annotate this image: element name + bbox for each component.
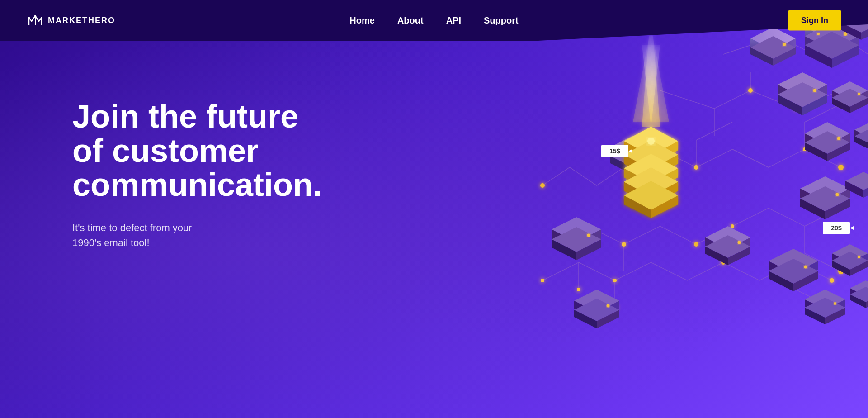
svg-point-9	[694, 165, 698, 170]
price-tag-15: 15$	[601, 145, 632, 157]
svg-point-7	[748, 88, 753, 93]
navbar: MARKETHERO Home About API Support Sign I…	[0, 0, 868, 41]
svg-point-3	[41, 17, 42, 19]
page-wrapper: MARKETHERO Home About API Support Sign I…	[0, 0, 868, 418]
hero-title: Join the future of customer communicatio…	[72, 100, 326, 202]
svg-point-138	[834, 302, 836, 305]
svg-point-117	[804, 266, 807, 269]
svg-point-164	[647, 138, 655, 145]
svg-text:20$: 20$	[831, 224, 842, 232]
brand-name: MARKETHERO	[48, 16, 115, 25]
svg-point-1	[28, 17, 30, 19]
sign-in-button[interactable]: Sign In	[788, 10, 841, 31]
svg-point-85	[836, 193, 839, 196]
svg-point-131	[607, 304, 610, 308]
logo-icon	[27, 12, 43, 28]
svg-point-103	[587, 234, 590, 237]
illustration-svg: 15$ 20$	[407, 0, 868, 418]
svg-point-21	[540, 183, 545, 188]
logo-area: MARKETHERO	[27, 12, 115, 28]
svg-text:15$: 15$	[609, 147, 620, 155]
svg-point-64	[858, 93, 860, 95]
nav-support[interactable]: Support	[484, 15, 519, 26]
nav-about[interactable]: About	[397, 15, 424, 26]
hero-subtitle: It's time to defect from your1990's emai…	[72, 220, 326, 250]
svg-point-12	[731, 224, 734, 228]
svg-point-71	[837, 137, 840, 140]
svg-point-57	[813, 89, 816, 92]
svg-point-20	[694, 242, 698, 247]
svg-point-18	[838, 165, 844, 170]
svg-point-110	[738, 241, 741, 244]
svg-marker-148	[633, 27, 669, 122]
svg-point-124	[858, 256, 860, 258]
nav-api[interactable]: API	[446, 15, 461, 26]
svg-point-16	[830, 278, 834, 283]
price-tag-20: 20$	[823, 222, 854, 234]
illustration: 15$ 20$	[407, 0, 868, 418]
svg-point-2	[34, 15, 36, 17]
svg-point-15	[577, 288, 580, 291]
svg-point-11	[622, 242, 626, 247]
hero-content: Join the future of customer communicatio…	[72, 100, 326, 250]
svg-point-14	[613, 279, 617, 282]
svg-marker-170	[850, 226, 854, 230]
nav-home[interactable]: Home	[349, 15, 375, 26]
nav-links: Home About API Support	[349, 15, 518, 26]
svg-point-43	[783, 43, 786, 46]
svg-point-17	[541, 279, 544, 282]
